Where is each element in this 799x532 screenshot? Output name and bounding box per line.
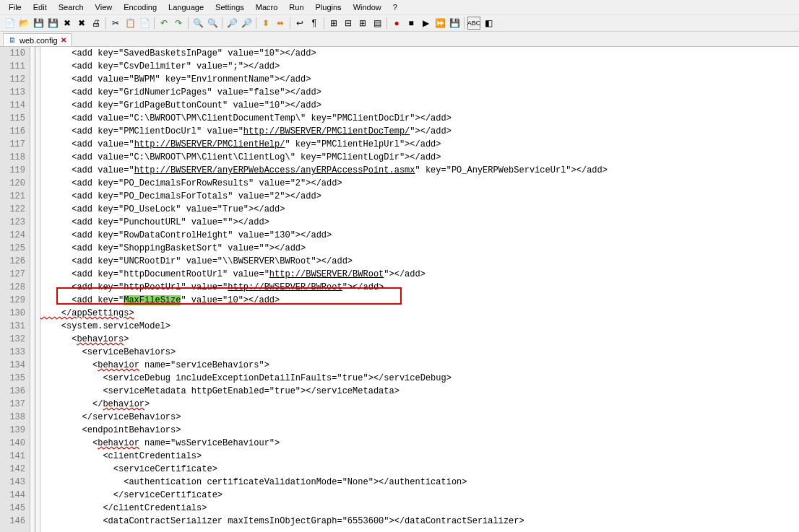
line-number: 144: [4, 489, 25, 502]
sync-h-icon[interactable]: ⬌: [274, 17, 287, 30]
tab-close-icon[interactable]: ✕: [61, 36, 66, 44]
close-all-icon[interactable]: ✖: [75, 17, 88, 30]
menu-window[interactable]: Window: [347, 1, 387, 13]
play-multi-icon[interactable]: ⏩: [433, 17, 446, 30]
zoom-out-icon[interactable]: 🔎: [240, 17, 253, 30]
code-line[interactable]: <add value="BWPM" key="EnvironmentName">…: [40, 73, 799, 86]
menu-search[interactable]: Search: [53, 1, 90, 13]
open-file-icon[interactable]: 📂: [17, 17, 30, 30]
paste-icon[interactable]: 📄: [138, 17, 151, 30]
replace-icon[interactable]: 🔍: [206, 17, 219, 30]
code-line[interactable]: <add key="RowDataControlHeight" value="1…: [40, 229, 799, 242]
sync-v-icon[interactable]: ⬍: [259, 17, 272, 30]
find-icon[interactable]: 🔍: [191, 17, 204, 30]
code-line[interactable]: <add value="http://BWSERVER/PMClientHelp…: [40, 138, 799, 151]
toolbar-separator: [154, 17, 155, 29]
doc-map-icon[interactable]: ▤: [371, 17, 384, 30]
code-line[interactable]: <add key="PO_DecimalsForRowResults" valu…: [40, 177, 799, 190]
line-number: 118: [4, 151, 25, 164]
play-icon[interactable]: ▶: [419, 17, 432, 30]
line-number: 130: [4, 307, 25, 320]
code-line[interactable]: <add key="PunchoutURL" value=""></add>: [40, 216, 799, 229]
code-line[interactable]: <add key="ShoppingBasketSort" value=""><…: [40, 242, 799, 255]
code-line[interactable]: <behaviors>: [40, 333, 799, 346]
line-number: 138: [4, 411, 25, 424]
allchars-icon[interactable]: ¶: [308, 17, 321, 30]
code-line[interactable]: </appSettings>: [40, 307, 799, 320]
code-area[interactable]: <add key="SavedBasketsInPage" value="10"…: [40, 47, 799, 532]
fold-icon[interactable]: ⊟: [342, 17, 355, 30]
code-line[interactable]: <serviceBehaviors>: [40, 346, 799, 359]
toolbar-separator: [324, 17, 324, 29]
code-line[interactable]: <add key="PO_DecimalsForTotals" value="2…: [40, 190, 799, 203]
save-macro-icon[interactable]: 💾: [448, 17, 461, 30]
close-icon[interactable]: ✖: [61, 17, 74, 30]
code-line[interactable]: <add key="PMClientDocUrl" value="http://…: [40, 125, 799, 138]
menu-settings[interactable]: Settings: [210, 1, 250, 13]
cut-icon[interactable]: ✂: [109, 17, 122, 30]
code-line[interactable]: <add key="MaxFileSize" value="10"></add>: [40, 294, 799, 307]
code-line[interactable]: <serviceMetadata httpGetEnabled="true"><…: [40, 385, 799, 398]
menu-run[interactable]: Run: [283, 1, 309, 13]
code-line[interactable]: <serviceCertificate>: [40, 463, 799, 476]
line-number: 125: [4, 242, 25, 255]
stop-icon[interactable]: ■: [405, 17, 418, 30]
code-line[interactable]: <add value="http://BWSERVER/anyERPWebAcc…: [40, 164, 799, 177]
code-line[interactable]: <add value="C:\BWROOT\PM\Client\ClientLo…: [40, 151, 799, 164]
save-all-icon[interactable]: 💾: [46, 17, 59, 30]
code-line[interactable]: </behavior>: [40, 398, 799, 411]
menu-macro[interactable]: Macro: [250, 1, 284, 13]
code-line[interactable]: </clientCredentials>: [40, 502, 799, 515]
code-line[interactable]: </serviceBehaviors>: [40, 411, 799, 424]
code-line[interactable]: <endpointBehaviors>: [40, 424, 799, 437]
menu-view[interactable]: View: [90, 1, 118, 13]
code-line[interactable]: <add key="SavedBasketsInPage" value="10"…: [40, 47, 799, 60]
code-line[interactable]: <add value="C:\BWROOT\PM\ClientDocumentT…: [40, 112, 799, 125]
code-line[interactable]: <add key="httpRootUrl" value="http://BWS…: [40, 281, 799, 294]
toolbar-separator: [188, 17, 189, 29]
code-line[interactable]: <dataContractSerializer maxItemsInObject…: [40, 515, 799, 528]
editor[interactable]: 1101111121131141151161171181191201211221…: [0, 47, 799, 532]
toolbar-separator: [290, 17, 290, 29]
zoom-in-icon[interactable]: 🔎: [225, 17, 238, 30]
spellcheck-icon[interactable]: ABC: [467, 17, 480, 30]
redo-icon[interactable]: ↷: [172, 17, 185, 30]
code-line[interactable]: <add key="CsvDelimiter" value=";"></add>: [40, 60, 799, 73]
line-number: 137: [4, 398, 25, 411]
wordwrap-icon[interactable]: ↩: [293, 17, 306, 30]
code-line[interactable]: <behavior name="wsServiceBehaviour">: [40, 437, 799, 450]
menu-edit[interactable]: Edit: [27, 1, 53, 13]
menu-language[interactable]: Language: [163, 1, 210, 13]
tab-webconfig[interactable]: 🗎 web.config ✕: [3, 33, 72, 46]
record-icon[interactable]: ●: [390, 17, 403, 30]
menu-help[interactable]: ?: [387, 1, 403, 13]
new-file-icon[interactable]: 📄: [3, 17, 16, 30]
menu-plugins[interactable]: Plugins: [310, 1, 347, 13]
toolbar-separator: [464, 17, 465, 29]
fold-column[interactable]: [30, 47, 40, 532]
code-line[interactable]: <add key="PO_UseLock" value="True"></add…: [40, 203, 799, 216]
line-number-gutter: 1101111121131141151161171181191201211221…: [0, 47, 30, 532]
code-line[interactable]: <authentication certificateValidationMod…: [40, 476, 799, 489]
unfold-icon[interactable]: ⊞: [356, 17, 369, 30]
code-line[interactable]: <add key="GridPageButtonCount" value="10…: [40, 99, 799, 112]
code-line[interactable]: <add key="httpDocumentRootUrl" value="ht…: [40, 268, 799, 281]
compare-icon[interactable]: ◧: [482, 17, 495, 30]
print-icon[interactable]: 🖨: [90, 17, 103, 30]
indent-guide-icon[interactable]: ⊞: [327, 17, 340, 30]
undo-icon[interactable]: ↶: [157, 17, 170, 30]
line-number: 124: [4, 229, 25, 242]
code-line[interactable]: <behavior name="serviceBehaviors">: [40, 359, 799, 372]
save-icon[interactable]: 💾: [32, 17, 45, 30]
code-line[interactable]: <serviceDebug includeExceptionDetailInFa…: [40, 372, 799, 385]
code-line[interactable]: <add key="GridNumericPages" value="false…: [40, 86, 799, 99]
menu-encoding[interactable]: Encoding: [118, 1, 163, 13]
code-line[interactable]: <system.serviceModel>: [40, 320, 799, 333]
code-line[interactable]: </serviceCertificate>: [40, 489, 799, 502]
code-line[interactable]: <clientCredentials>: [40, 450, 799, 463]
menu-file[interactable]: File: [3, 1, 27, 13]
toolbar-separator: [222, 17, 223, 29]
code-line[interactable]: <add key="UNCRootDir" value="\\BWSERVER\…: [40, 255, 799, 268]
line-number: 121: [4, 190, 25, 203]
copy-icon[interactable]: 📋: [124, 17, 137, 30]
